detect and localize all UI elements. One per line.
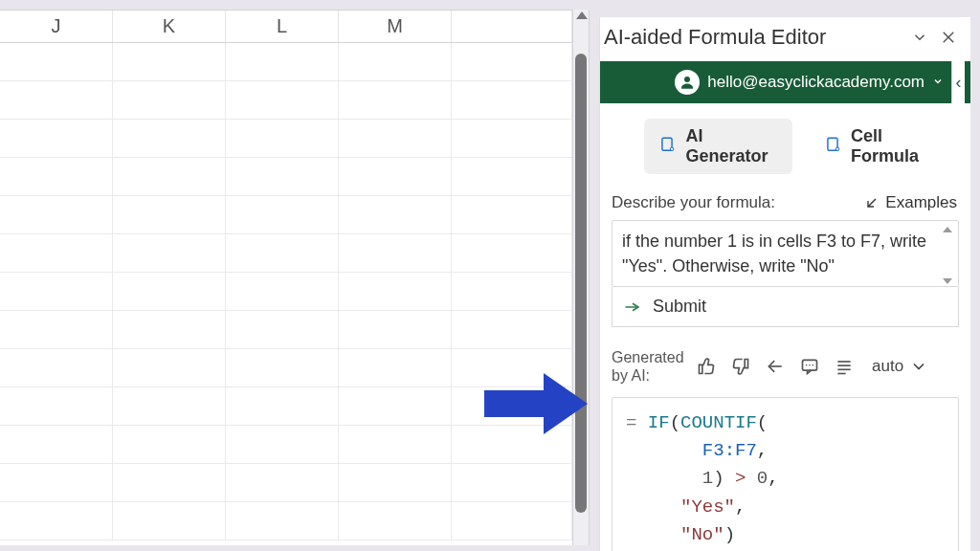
cell[interactable] [113, 387, 226, 425]
cell[interactable] [452, 464, 572, 501]
close-button[interactable] [938, 27, 959, 48]
mode-dropdown[interactable]: auto [872, 357, 928, 376]
cell[interactable] [0, 311, 113, 348]
cell[interactable] [226, 120, 339, 157]
cell[interactable] [113, 120, 226, 157]
cell[interactable] [113, 196, 226, 233]
cell[interactable] [0, 234, 113, 272]
table-row[interactable] [0, 426, 572, 464]
cell[interactable] [452, 234, 572, 272]
account-dropdown-icon[interactable] [932, 73, 944, 92]
cell[interactable] [339, 349, 452, 386]
textarea-scrollbar[interactable] [943, 227, 954, 284]
cell[interactable] [452, 120, 572, 157]
cell[interactable] [113, 502, 226, 540]
thumbs-down-button[interactable] [730, 356, 751, 377]
account-bar[interactable]: hello@easyclickacademy.com ‹ [600, 61, 970, 103]
table-row[interactable] [0, 464, 572, 502]
cell[interactable] [113, 426, 226, 463]
examples-link[interactable]: Examples [864, 193, 957, 212]
cell[interactable] [226, 196, 339, 233]
cell[interactable] [452, 387, 572, 425]
cell[interactable] [226, 273, 339, 310]
cell[interactable] [452, 349, 572, 386]
cell[interactable] [0, 387, 113, 425]
cell[interactable] [339, 43, 452, 80]
cell[interactable] [339, 273, 452, 310]
cell[interactable] [226, 234, 339, 272]
cell[interactable] [226, 387, 339, 425]
table-row[interactable] [0, 349, 572, 387]
table-row[interactable] [0, 311, 572, 349]
table-row[interactable] [0, 502, 572, 540]
cell[interactable] [226, 81, 339, 119]
table-row[interactable] [0, 81, 572, 120]
cell[interactable] [339, 387, 452, 425]
table-row[interactable] [0, 158, 572, 196]
column-header[interactable]: L [226, 11, 339, 42]
generated-formula-output[interactable]: = IF(COUNTIF( F3:F7, 1) > 0, "Yes", "No"… [612, 397, 959, 551]
column-header[interactable]: M [339, 11, 452, 42]
column-header[interactable]: K [113, 11, 226, 42]
collapse-button[interactable] [909, 27, 930, 48]
cell[interactable] [339, 464, 452, 501]
vertical-scrollbar[interactable] [572, 10, 590, 545]
cell[interactable] [0, 81, 113, 119]
cell[interactable] [452, 43, 572, 80]
cell[interactable] [452, 273, 572, 310]
column-header[interactable]: J [0, 11, 113, 42]
table-row[interactable] [0, 387, 572, 426]
table-row[interactable] [0, 196, 572, 234]
cell[interactable] [226, 426, 339, 463]
cell[interactable] [339, 234, 452, 272]
cell[interactable] [452, 426, 572, 463]
thumbs-up-button[interactable] [696, 356, 717, 377]
scroll-up-icon[interactable] [943, 227, 952, 232]
table-row[interactable] [0, 273, 572, 311]
cell[interactable] [0, 120, 113, 157]
formula-description-textarea[interactable]: if the number 1 is in cells F3 to F7, wr… [612, 220, 959, 287]
cell[interactable] [226, 502, 339, 540]
cell[interactable] [113, 234, 226, 272]
submit-button[interactable]: Submit [612, 287, 959, 327]
cell[interactable] [113, 81, 226, 119]
cell[interactable] [452, 502, 572, 540]
cell[interactable] [339, 502, 452, 540]
cell[interactable] [113, 158, 226, 195]
cell[interactable] [226, 311, 339, 348]
cell[interactable] [113, 349, 226, 386]
cell[interactable] [452, 158, 572, 195]
table-row[interactable] [0, 234, 572, 273]
cell[interactable] [339, 81, 452, 119]
cell[interactable] [0, 158, 113, 195]
back-button[interactable] [765, 356, 786, 377]
cell[interactable] [339, 196, 452, 233]
table-row[interactable] [0, 43, 572, 81]
cell[interactable] [452, 311, 572, 348]
cell[interactable] [113, 464, 226, 501]
format-lines-button[interactable] [834, 356, 855, 377]
spreadsheet-grid[interactable]: JKLM [0, 10, 572, 545]
cell[interactable] [0, 273, 113, 310]
cell[interactable] [452, 81, 572, 119]
panel-collapse-tab[interactable]: ‹ [951, 61, 965, 103]
comment-button[interactable] [799, 356, 820, 377]
cell[interactable] [0, 349, 113, 386]
cell[interactable] [113, 311, 226, 348]
cell[interactable] [339, 426, 452, 463]
scrollbar-arrow-up-icon[interactable] [576, 11, 588, 19]
tab-cell-formula[interactable]: Cell Formula [810, 119, 958, 174]
cell[interactable] [226, 349, 339, 386]
cell[interactable] [113, 43, 226, 80]
cell[interactable] [0, 43, 113, 80]
cell[interactable] [0, 464, 113, 501]
tab-ai-generator[interactable]: AI Generator [644, 119, 792, 174]
cell[interactable] [339, 311, 452, 348]
cell[interactable] [113, 273, 226, 310]
cell[interactable] [226, 43, 339, 80]
cell[interactable] [0, 502, 113, 540]
cell[interactable] [226, 464, 339, 501]
cell[interactable] [226, 158, 339, 195]
cell[interactable] [0, 196, 113, 233]
cell[interactable] [0, 426, 113, 463]
